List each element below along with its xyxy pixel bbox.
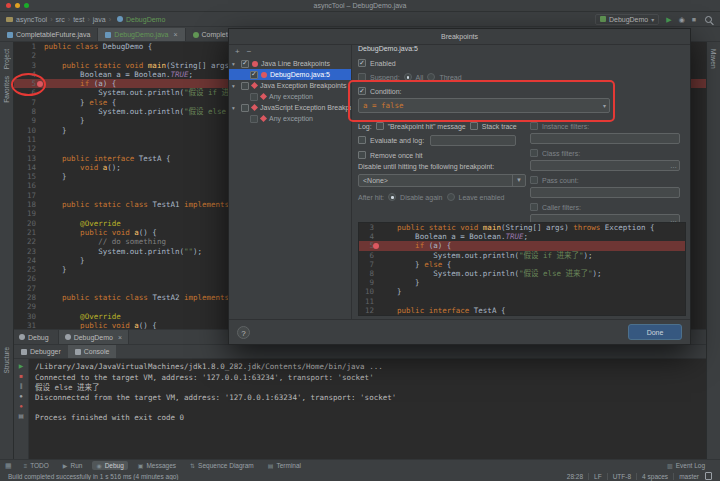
disable-until-dropdown[interactable]: <None> ▼ — [358, 174, 526, 187]
line-number[interactable]: 11 — [359, 297, 379, 306]
breakpoint-enabled-checkbox[interactable] — [241, 60, 249, 68]
tool-window-switcher-icon[interactable]: ▦ — [5, 462, 12, 470]
line-number[interactable]: 27 — [14, 284, 44, 293]
line-number[interactable]: 7 — [359, 260, 379, 269]
evaluate-checkbox[interactable] — [358, 136, 366, 144]
line-number[interactable]: 9 — [359, 278, 379, 287]
breadcrumb-item[interactable]: test — [73, 16, 84, 23]
tree-expand-arrow[interactable]: ▾ — [232, 83, 238, 89]
condition-checkbox[interactable] — [358, 87, 366, 95]
line-number[interactable]: 6 — [14, 88, 44, 97]
line-number[interactable]: 3 — [14, 61, 44, 70]
search-icon[interactable] — [705, 16, 712, 23]
lock-icon[interactable] — [705, 472, 712, 480]
tool-window-button-messages[interactable]: ▣Messages — [134, 461, 180, 470]
line-number[interactable]: 2 — [14, 51, 44, 60]
filter-input[interactable] — [530, 187, 680, 198]
run-config-selector[interactable]: DebugDemo ▾ — [595, 14, 659, 25]
line-number[interactable]: 26 — [14, 274, 44, 283]
debug-session-tab[interactable]: DebugDemo × — [58, 330, 129, 344]
done-button[interactable]: Done — [628, 324, 682, 340]
line-number[interactable]: 17 — [14, 191, 44, 200]
line-number[interactable]: 9 — [14, 116, 44, 125]
run-button[interactable]: ▶ — [666, 16, 671, 23]
line-number[interactable]: 20 — [14, 219, 44, 228]
stack-trace-checkbox[interactable] — [470, 122, 478, 130]
line-number[interactable]: 29 — [14, 302, 44, 311]
debug-button[interactable]: ◉ — [679, 16, 685, 23]
breakpoint-tree-item[interactable]: DebugDemo.java:5 — [229, 69, 351, 80]
breakpoint-enabled-checkbox[interactable] — [250, 115, 258, 123]
line-number[interactable]: 18 — [14, 200, 44, 209]
breakpoint-tree-item[interactable]: ▾Java Line Breakpoints — [229, 58, 351, 69]
line-number[interactable]: 21 — [14, 228, 44, 237]
line-number[interactable]: 5 — [14, 79, 44, 88]
mute-breakpoints-button[interactable]: ● — [19, 403, 23, 409]
line-number[interactable]: 25 — [14, 265, 44, 274]
line-number[interactable]: 31 — [14, 321, 44, 329]
debug-tab-console[interactable]: Console — [68, 345, 117, 358]
breakpoint-tree-item[interactable]: ▾JavaScript Exception Breakpoints — [229, 102, 351, 113]
breakpoint-enabled-checkbox[interactable] — [250, 71, 258, 79]
status-item[interactable]: 4 spaces — [642, 473, 668, 480]
status-message[interactable]: Build completed successfully in 1 s 516 … — [8, 473, 567, 480]
breadcrumb-item[interactable]: DebugDemo — [126, 16, 165, 23]
suspend-checkbox[interactable] — [358, 73, 366, 81]
minimize-window-button[interactable] — [15, 3, 20, 8]
line-number[interactable]: 4 — [359, 232, 379, 241]
line-number[interactable]: 11 — [14, 135, 44, 144]
help-button[interactable]: ? — [237, 326, 250, 339]
status-item[interactable]: UTF-8 — [613, 473, 631, 480]
tool-window-button-event-log[interactable]: ▥Event Log — [663, 461, 709, 470]
line-number[interactable]: 12 — [14, 144, 44, 153]
breakpoint-enabled-checkbox[interactable] — [241, 82, 249, 90]
editor-tab[interactable]: CompletableFuture.java — [0, 28, 98, 41]
breakpoint-tree-item[interactable]: ▾Java Exception Breakpoints — [229, 80, 351, 91]
line-number[interactable]: 8 — [359, 269, 379, 278]
line-number[interactable]: 1 — [14, 42, 44, 51]
line-number[interactable]: 6 — [359, 251, 379, 260]
condition-input[interactable]: a = false ▾ — [358, 98, 610, 113]
tool-window-button-terminal[interactable]: ▤Terminal — [264, 461, 305, 470]
suspend-thread-radio[interactable] — [427, 73, 435, 81]
browse-icon[interactable]: … — [670, 162, 677, 169]
pause-button[interactable]: ∥ — [20, 383, 23, 389]
breadcrumb-item[interactable]: src — [55, 16, 64, 23]
breakpoint-tree-item[interactable]: Any exception — [229, 91, 351, 102]
line-number[interactable]: 28 — [14, 293, 44, 302]
breakpoint-tree-item[interactable]: Any exception — [229, 113, 351, 124]
add-breakpoint-button[interactable]: + — [235, 47, 240, 56]
breadcrumb-item[interactable]: asyncTool — [16, 16, 47, 23]
line-number[interactable]: 5 — [359, 241, 379, 250]
debug-tab-debugger[interactable]: Debugger — [14, 345, 68, 358]
rerun-button[interactable]: ▶ — [19, 363, 24, 369]
restore-layout-button[interactable]: ▤ — [18, 413, 24, 419]
filter-checkbox[interactable] — [530, 122, 538, 130]
breakpoint-enabled-checkbox[interactable] — [250, 93, 258, 101]
line-number[interactable]: 8 — [14, 107, 44, 116]
tool-window-button-debug[interactable]: ◉Debug — [92, 461, 127, 470]
line-number[interactable]: 19 — [14, 209, 44, 218]
line-number[interactable]: 13 — [14, 154, 44, 163]
line-number[interactable]: 14 — [14, 163, 44, 172]
zoom-window-button[interactable] — [24, 3, 29, 8]
tree-expand-arrow[interactable]: ▾ — [232, 105, 238, 111]
suspend-all-radio[interactable] — [404, 73, 412, 81]
stop-button[interactable]: ■ — [692, 16, 696, 23]
line-number[interactable]: 30 — [14, 312, 44, 321]
filter-input[interactable]: … — [530, 160, 680, 171]
leave-enabled-radio[interactable] — [447, 193, 455, 201]
remove-once-checkbox[interactable] — [358, 151, 366, 159]
stop-debug-button[interactable]: ■ — [19, 373, 23, 379]
breadcrumb-item[interactable]: java — [93, 16, 106, 23]
expand-editor-icon[interactable]: ▾ — [603, 102, 606, 109]
tool-window-button-run[interactable]: ▶Run — [59, 461, 87, 470]
breakpoint-icon[interactable] — [373, 243, 379, 249]
editor-tab[interactable]: DebugDemo.java× — [98, 28, 185, 41]
tool-button-maven[interactable]: Maven — [710, 49, 717, 69]
close-session-icon[interactable]: × — [118, 334, 122, 341]
evaluate-input[interactable] — [430, 135, 516, 146]
tool-button-project[interactable]: Project — [3, 49, 10, 69]
breakpoint-icon[interactable] — [37, 81, 43, 87]
breakpoint-enabled-checkbox[interactable] — [241, 104, 249, 112]
